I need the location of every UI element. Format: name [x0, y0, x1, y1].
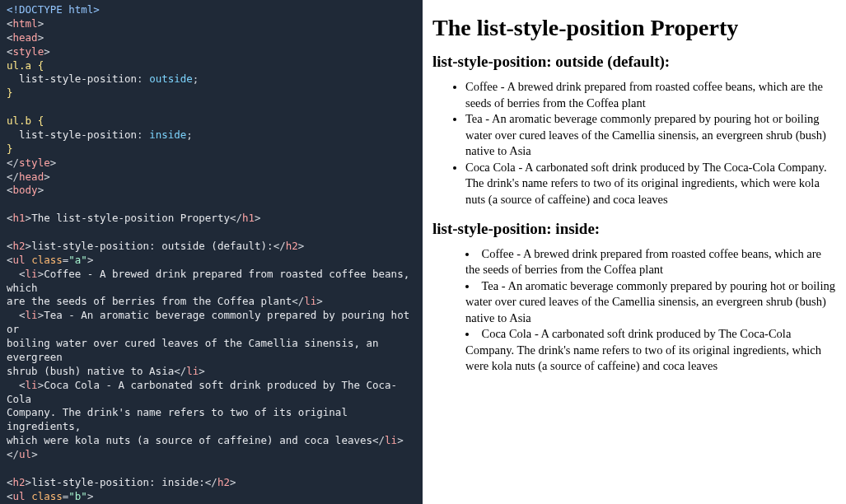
- h2b-open: h2: [13, 476, 26, 488]
- h1-open: h1: [13, 212, 26, 224]
- h2a-close: h2: [286, 240, 298, 252]
- li-close: li: [385, 434, 397, 446]
- li-text: Coffee - A brewed drink prepared from ro…: [7, 268, 416, 294]
- section-heading-inside: list-style-position: inside:: [432, 220, 836, 238]
- li-text: boiling water over cured leaves of the C…: [7, 337, 385, 363]
- doctype: <!DOCTYPE html>: [7, 3, 100, 16]
- list-inside: Coffee - A brewed drink prepared from ro…: [432, 246, 836, 376]
- css-val: outside: [149, 72, 193, 85]
- list-outside: Coffee - A brewed drink prepared from ro…: [432, 79, 836, 208]
- list-item: Coffee - A brewed drink prepared from ro…: [465, 79, 836, 111]
- li-text: shrub (bush) native to Asia: [7, 365, 174, 377]
- css-selector-b: ul.b {: [7, 114, 44, 127]
- list-item: Tea - An aromatic beverage commonly prep…: [465, 111, 836, 160]
- list-item: Coca Cola - A carbonated soft drink prod…: [465, 160, 836, 208]
- h2a-open: h2: [13, 240, 26, 252]
- attr-val-b: "b": [68, 490, 87, 502]
- h2b-close: h2: [217, 476, 230, 488]
- css-val: inside: [149, 128, 186, 141]
- head-close: head: [19, 170, 44, 183]
- li-close: li: [186, 365, 199, 377]
- attr-class: class: [31, 254, 63, 266]
- style-close: style: [19, 156, 50, 169]
- preview-pane: The list-style-position Property list-st…: [423, 0, 846, 504]
- li-text: Company. The drink's name refers to two …: [7, 406, 353, 432]
- code-editor[interactable]: <!DOCTYPE html> <html> <head> <style> ul…: [0, 0, 423, 504]
- html-open: html: [13, 17, 38, 30]
- css-selector-a: ul.a {: [7, 59, 44, 72]
- list-item: Coffee - A brewed drink prepared from ro…: [465, 246, 836, 278]
- ul-open: ul: [13, 254, 26, 266]
- css-prop: list-style-position: [19, 128, 137, 141]
- list-item: Coca Cola - A carbonated soft drink prod…: [465, 326, 836, 375]
- body-open: body: [13, 184, 38, 196]
- h2b-text: list-style-position: inside:: [31, 476, 205, 488]
- attr-val-a: "a": [68, 254, 87, 266]
- li-text: are the seeds of berries from the Coffea…: [7, 295, 292, 307]
- li-open: li: [26, 268, 38, 280]
- li-open: li: [26, 379, 38, 391]
- style-open: style: [13, 45, 44, 58]
- page-title: The list-style-position Property: [432, 15, 836, 41]
- section-heading-outside: list-style-position: outside (default):: [432, 53, 836, 71]
- li-text: which were kola nuts (a source of caffei…: [7, 434, 372, 446]
- list-item: Tea - An aromatic beverage commonly prep…: [465, 278, 836, 327]
- css-prop: list-style-position: [19, 72, 137, 85]
- h2a-text: list-style-position: outside (default):: [31, 240, 273, 252]
- li-open: li: [26, 309, 38, 321]
- ul-close: ul: [19, 448, 31, 460]
- head-open: head: [13, 31, 38, 44]
- li-close: li: [304, 295, 316, 307]
- h1-close: h1: [242, 212, 255, 224]
- h1-text: The list-style-position Property: [31, 212, 230, 224]
- li-text: Coca Cola - A carbonated soft drink prod…: [7, 379, 397, 405]
- attr-class: class: [31, 490, 63, 502]
- li-text: Tea - An aromatic beverage commonly prep…: [7, 309, 416, 335]
- ul-open: ul: [13, 490, 26, 502]
